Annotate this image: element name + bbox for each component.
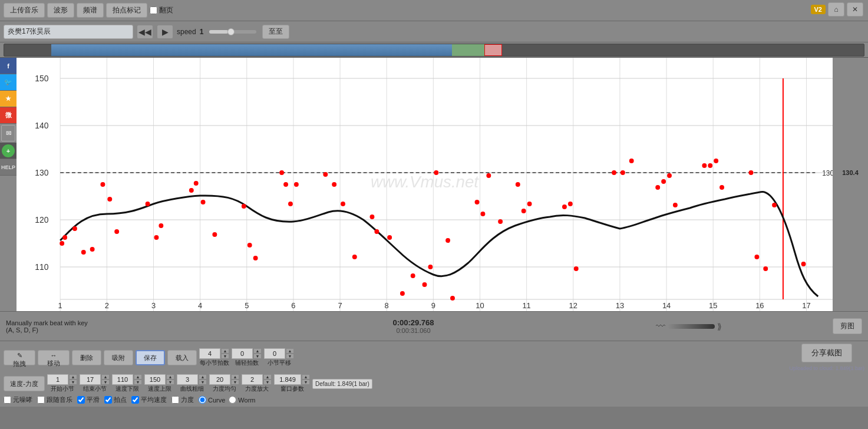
beat-density-up[interactable]: ▲ [253, 348, 262, 354]
help-button[interactable]: HELP [0, 159, 16, 176]
delete-button[interactable]: 删除 [72, 350, 101, 365]
speed-lower-up[interactable]: ▲ [134, 374, 142, 380]
chart-svg: 150 140 130 120 110 1 2 3 4 5 6 7 8 9 10… [16, 58, 833, 311]
cb-mute[interactable] [4, 396, 11, 404]
beat-density-input[interactable]: 0 [232, 348, 253, 359]
chart-area[interactable]: 150 140 130 120 110 1 2 3 4 5 6 7 8 9 10… [16, 58, 833, 311]
cb-rhythm[interactable] [37, 396, 45, 404]
end-bar-up[interactable]: ▲ [101, 374, 110, 380]
window-param-spinner: 1.849 ▲ ▼ 窗口参数 [274, 374, 310, 393]
radio-curve-label[interactable]: Curve [199, 396, 225, 404]
bar-move-input[interactable]: 0 [264, 348, 285, 359]
line-thickness-down[interactable]: ▼ [199, 380, 207, 385]
flip-checkbox-label[interactable]: 翻页 [150, 5, 173, 15]
line-thickness-input[interactable]: 3 [177, 374, 198, 385]
weibo-button[interactable]: 微 [0, 107, 16, 124]
force-expand-input[interactable]: 2 [242, 374, 263, 385]
beat-density-down[interactable]: ▼ [253, 354, 262, 359]
cb-rhythm-label[interactable]: 跟随音乐 [37, 395, 72, 404]
flip-checkbox[interactable] [150, 6, 157, 14]
cut-image-button[interactable]: 剪图 [833, 318, 862, 334]
mail-button[interactable]: ✉ [1, 125, 15, 141]
speed-upper-up[interactable]: ▲ [166, 374, 174, 380]
waveform-button[interactable]: 波形 [47, 3, 74, 18]
svg-point-83 [434, 170, 438, 175]
end-bar-down[interactable]: ▼ [101, 380, 110, 385]
move-button[interactable]: ↔ 移动 [38, 350, 70, 365]
settings-icon-button[interactable]: ✕ [847, 2, 863, 16]
start-bar-up[interactable]: ▲ [69, 374, 77, 380]
start-bar-down[interactable]: ▼ [69, 380, 77, 385]
plus-button[interactable]: + [0, 143, 16, 159]
svg-point-112 [801, 262, 806, 266]
twitter-button[interactable]: 🐦 [0, 74, 16, 91]
bar-move-down[interactable]: ▼ [286, 354, 294, 359]
svg-text:11: 11 [522, 301, 530, 310]
spectrum-button[interactable]: 频谱 [77, 3, 104, 18]
speed-lower-down[interactable]: ▼ [134, 380, 142, 385]
split-screenshot-button[interactable]: 分享截图 [801, 344, 852, 362]
beats-per-bar-up[interactable]: ▲ [221, 348, 229, 354]
cb-avg-speed[interactable] [131, 396, 139, 404]
speed-upper-down[interactable]: ▼ [166, 380, 174, 385]
speed-force-button[interactable]: 速度-力度 [4, 376, 45, 391]
force-light-down[interactable]: ▼ [231, 380, 239, 385]
end-bar-input[interactable]: 17 [80, 374, 101, 385]
beat-mark-button[interactable]: 拍点标记 [106, 3, 147, 18]
cb-force-label[interactable]: 力度 [171, 395, 194, 404]
force-light-input[interactable]: 20 [209, 374, 230, 385]
play-button[interactable]: ▶ [157, 25, 173, 39]
svg-point-78 [387, 235, 392, 240]
radio-curve[interactable] [199, 396, 206, 404]
absorb-button[interactable]: 吸附 [104, 350, 133, 365]
cb-beat-label[interactable]: 拍点 [104, 395, 127, 404]
force-expand-up[interactable]: ▲ [263, 374, 272, 380]
window-param-up[interactable]: ▲ [302, 374, 310, 380]
cb-smooth-label[interactable]: 平滑 [77, 395, 100, 404]
cb-force[interactable] [171, 396, 179, 404]
cb-avg-speed-label[interactable]: 平均速度 [131, 395, 167, 404]
waveform-container[interactable] [4, 44, 864, 57]
bar-move-up[interactable]: ▲ [286, 348, 294, 354]
drag-button[interactable]: ✎ 拖拽 [4, 350, 35, 365]
cb-smooth[interactable] [77, 396, 85, 404]
apply-button[interactable]: 至至 [262, 25, 289, 39]
speed-upper-input[interactable]: 150 [144, 374, 166, 385]
home-icon-button[interactable]: ⌂ [828, 2, 844, 16]
svg-point-59 [154, 235, 159, 240]
svg-point-101 [667, 173, 672, 178]
top-right-icons: V2 ⌂ ✕ [811, 2, 863, 16]
main-content: f 🐦 ★ 微 ✉ + HELP [0, 58, 868, 311]
song-name-input[interactable]: 炎樊17张昊辰 [4, 25, 133, 39]
vibrato-slider[interactable] [668, 324, 715, 329]
svg-point-107 [749, 170, 754, 175]
force-light-up[interactable]: ▲ [231, 374, 239, 380]
start-bar-spinner: 1 ▲ ▼ 开始小节 [47, 374, 77, 393]
facebook-button[interactable]: f [0, 58, 16, 74]
window-param-input[interactable]: 1.849 [274, 374, 301, 385]
svg-point-74 [341, 202, 345, 206]
speed-slider[interactable] [209, 30, 256, 34]
speed-lower-input[interactable]: 110 [112, 374, 133, 385]
beats-per-bar-input[interactable]: 4 [199, 348, 220, 359]
beats-per-bar-label: 每小节拍数 [200, 359, 229, 367]
cb-force-text: 力度 [181, 395, 194, 404]
prev-button[interactable]: ◀◀ [137, 25, 153, 39]
upload-music-button[interactable]: 上传音乐 [4, 3, 45, 18]
force-expand-down[interactable]: ▼ [263, 380, 272, 385]
svg-point-82 [428, 265, 433, 269]
radio-worm-label[interactable]: Worm [229, 396, 255, 404]
radio-worm-text: Worm [238, 397, 255, 404]
line-thickness-up[interactable]: ▲ [199, 374, 207, 380]
radio-worm[interactable] [229, 396, 236, 404]
start-bar-input[interactable]: 1 [47, 374, 68, 385]
save-button[interactable]: 保存 [136, 350, 165, 365]
svg-text:1: 1 [58, 301, 62, 310]
star-button[interactable]: ★ [0, 91, 16, 107]
beats-per-bar-down[interactable]: ▼ [221, 354, 229, 359]
import-button[interactable]: 载入 [167, 350, 197, 365]
cb-beat[interactable] [104, 396, 112, 404]
window-param-down[interactable]: ▼ [302, 380, 310, 385]
cb-mute-label[interactable]: 元噪哮 [4, 395, 32, 404]
svg-point-88 [486, 173, 491, 178]
